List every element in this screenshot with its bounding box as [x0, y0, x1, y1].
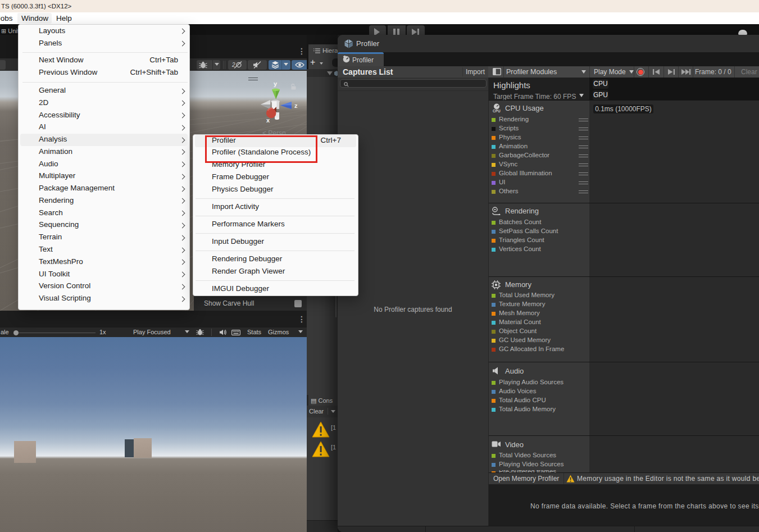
svg-text:y: y: [274, 80, 278, 87]
svg-text:CPU: CPU: [493, 109, 501, 113]
svg-text:z: z: [294, 102, 298, 109]
svg-text:x: x: [266, 117, 270, 124]
svg-text:[1: [1: [331, 444, 336, 451]
svg-text:[1: [1: [331, 424, 336, 431]
svg-text:2: 2: [231, 62, 235, 68]
